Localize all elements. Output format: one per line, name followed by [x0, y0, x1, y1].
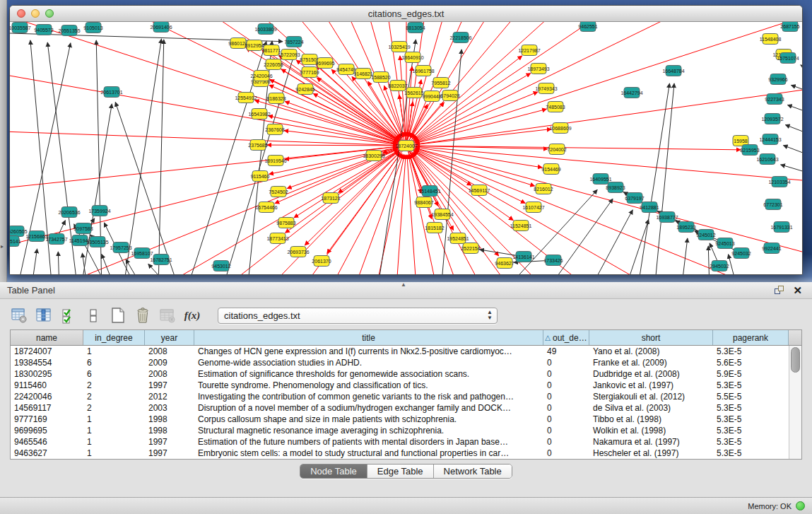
float-window-icon[interactable]: [775, 286, 784, 296]
cell-title[interactable]: Corpus callosum shape and size in male p…: [194, 414, 543, 425]
cell-pagerank[interactable]: 5.6E-5: [713, 357, 789, 368]
cell-pagerank[interactable]: 5.3E-5: [713, 402, 789, 414]
network-window-titlebar[interactable]: citations_edges.txt: [10, 6, 802, 22]
cell-short[interactable]: Franke et al. (2009): [589, 357, 713, 368]
cell-title[interactable]: Embryonic stem cells: a model to study s…: [194, 448, 543, 459]
table-row[interactable]: 1456911722003Disruption of a novel membe…: [11, 402, 801, 414]
column-header-out_de[interactable]: △out_de…: [543, 330, 589, 345]
cell-in_degree[interactable]: 6: [83, 357, 145, 368]
table-body[interactable]: 1872400712008Changes of HCN gene express…: [11, 346, 801, 459]
cell-out_de[interactable]: 0: [543, 414, 589, 425]
cell-title[interactable]: Estimation of significance thresholds fo…: [194, 368, 543, 380]
cell-out_de[interactable]: 0: [543, 436, 589, 448]
table-settings-icon[interactable]: [10, 306, 28, 325]
cell-title[interactable]: Disruption of a novel member of a sodium…: [194, 402, 543, 414]
cell-name[interactable]: 9777169: [11, 414, 83, 425]
cell-pagerank[interactable]: 5.3E-5: [713, 346, 789, 357]
cell-title[interactable]: Changes of HCN gene expression and I(f) …: [194, 346, 543, 357]
cell-name[interactable]: 19384554: [11, 357, 83, 368]
table-select-dropdown[interactable]: citations_edges.txt ▲▼: [218, 308, 498, 324]
cell-short[interactable]: Hescheler et al. (1997): [589, 448, 713, 459]
cell-short[interactable]: Nakamura et al. (1997): [589, 436, 713, 448]
cell-year[interactable]: 2012: [145, 391, 194, 402]
table-row[interactable]: 969969511998Structural magnetic resonanc…: [11, 425, 801, 436]
cell-in_degree[interactable]: 2: [83, 402, 145, 414]
column-header-year[interactable]: year: [145, 330, 194, 345]
column-header-in_degree[interactable]: in_degree: [83, 330, 145, 345]
table-row[interactable]: 2242004622012Investigating the contribut…: [11, 391, 801, 402]
cell-title[interactable]: Genome-wide association studies in ADHD.: [194, 357, 543, 368]
cell-year[interactable]: 2009: [145, 357, 194, 368]
table-header-row[interactable]: namein_degreeyeartitle△out_de…shortpager…: [11, 330, 801, 346]
cell-short[interactable]: Jankovic et al. (1997): [589, 380, 713, 391]
cell-name[interactable]: 9465546: [11, 436, 83, 448]
close-icon[interactable]: ✕: [793, 286, 802, 296]
column-header-title[interactable]: title: [194, 330, 543, 345]
cell-short[interactable]: Wolkin et al. (1998): [589, 425, 713, 436]
minimize-window-icon[interactable]: [31, 9, 40, 18]
close-window-icon[interactable]: [17, 9, 25, 18]
cell-name[interactable]: 9463627: [11, 448, 83, 459]
tab-edge-table[interactable]: Edge Table: [367, 465, 434, 478]
delete-table-icon[interactable]: [158, 306, 177, 325]
cell-short[interactable]: Stergiakouli et al. (2012): [589, 391, 713, 402]
cell-pagerank[interactable]: 5.3E-5: [713, 425, 789, 436]
cell-name[interactable]: 22420046: [11, 391, 83, 402]
table-vertical-scrollbar[interactable]: [789, 346, 801, 459]
table-row[interactable]: 946362711997Embryonic stem cells: a mode…: [11, 448, 801, 459]
cell-name[interactable]: 14569117: [11, 402, 83, 414]
table-row[interactable]: 977716911998Corpus callosum shape and si…: [11, 414, 801, 425]
cell-title[interactable]: Estimation of the future numbers of pati…: [194, 436, 543, 448]
cell-out_de[interactable]: 0: [543, 357, 589, 368]
cell-short[interactable]: Yano et al. (2008): [589, 346, 713, 357]
splitter-grip-icon[interactable]: ▲: [401, 281, 406, 288]
cell-pagerank[interactable]: 5.3E-5: [713, 448, 789, 459]
table-row[interactable]: 1830029562008Estimation of significance …: [11, 368, 801, 380]
cell-in_degree[interactable]: 2: [83, 391, 145, 402]
cell-in_degree[interactable]: 1: [83, 436, 145, 448]
cell-year[interactable]: 1997: [145, 436, 194, 448]
cell-name[interactable]: 18724007: [11, 346, 83, 357]
cell-name[interactable]: 9115460: [11, 380, 83, 391]
network-canvas[interactable]: 1872400722260589327508818632816543982236…: [10, 22, 802, 274]
cell-year[interactable]: 2003: [145, 402, 194, 414]
function-builder-icon[interactable]: f(x): [183, 306, 201, 325]
cell-year[interactable]: 2008: [145, 368, 194, 380]
cell-in_degree[interactable]: 1: [83, 425, 145, 436]
tab-network-table[interactable]: Network Table: [434, 465, 512, 478]
cell-name[interactable]: 18300295: [11, 368, 83, 380]
cell-title[interactable]: Structural magnetic resonance image aver…: [194, 425, 543, 436]
cell-name[interactable]: 9699695: [11, 425, 83, 436]
cell-out_de[interactable]: 0: [543, 368, 589, 380]
column-header-short[interactable]: short: [589, 330, 713, 345]
cell-short[interactable]: de Silva et al. (2003): [589, 402, 713, 414]
zoom-window-icon[interactable]: [45, 9, 54, 18]
delete-rows-icon[interactable]: [134, 306, 152, 325]
cell-out_de[interactable]: 0: [543, 425, 589, 436]
cell-in_degree[interactable]: 6: [83, 368, 145, 380]
cell-pagerank[interactable]: 5.3E-5: [713, 414, 789, 425]
select-all-icon[interactable]: [59, 306, 78, 325]
table-row[interactable]: 911546021997Tourette syndrome. Phenomeno…: [11, 380, 801, 391]
cell-year[interactable]: 1998: [145, 425, 194, 436]
cell-in_degree[interactable]: 1: [83, 414, 145, 425]
show-columns-icon[interactable]: [35, 306, 53, 325]
cell-title[interactable]: Tourette syndrome. Phenomenology and cla…: [194, 380, 543, 391]
table-row[interactable]: 946554611997Estimation of the future num…: [11, 436, 801, 448]
cell-out_de[interactable]: 0: [543, 402, 589, 414]
cell-short[interactable]: Tibbo et al. (1998): [589, 414, 713, 425]
cell-pagerank[interactable]: 5.5E-5: [713, 391, 789, 402]
left-panel-gutter[interactable]: ▸: [0, 0, 7, 282]
table-panel-titlebar[interactable]: ▲ Table Panel ✕: [0, 282, 812, 299]
cell-out_de[interactable]: 0: [543, 448, 589, 459]
cell-year[interactable]: 2008: [145, 346, 194, 357]
cell-title[interactable]: Investigating the contribution of common…: [194, 391, 543, 402]
unselect-all-icon[interactable]: [84, 306, 102, 325]
cell-pagerank[interactable]: 5.9E-5: [713, 368, 789, 380]
column-header-pagerank[interactable]: pagerank: [713, 330, 789, 345]
expand-panel-arrow-icon[interactable]: ▸: [1, 243, 4, 250]
cell-out_de[interactable]: 49: [543, 346, 589, 357]
cell-in_degree[interactable]: 1: [83, 346, 145, 357]
cell-year[interactable]: 1998: [145, 414, 194, 425]
cell-out_de[interactable]: 0: [543, 380, 589, 391]
